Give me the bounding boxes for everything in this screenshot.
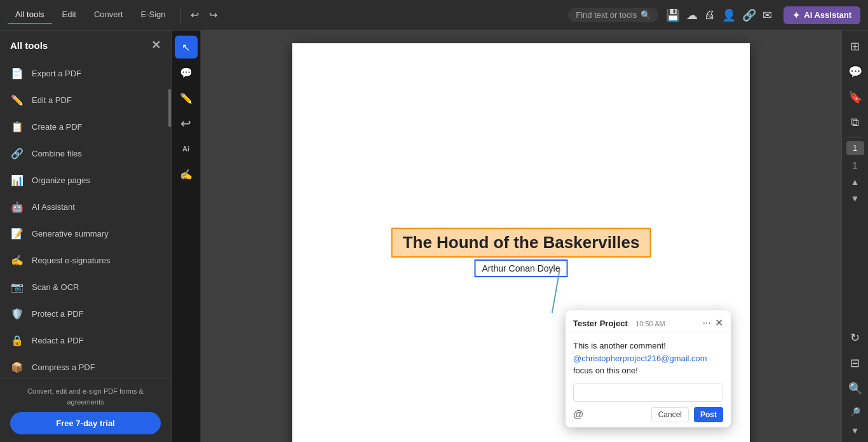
sidebar-item-label-esignatures: Request e-signatures [32,256,111,265]
esignatures-icon: ✍️ [10,253,24,267]
comment-body: This is another comment! @christopherpro… [566,333,731,383]
sidebar-item-label-gen-summary: Generative summary [32,229,109,238]
undo-button[interactable]: ↩ [187,6,203,24]
sidebar-item-label-export-pdf: Export a PDF [32,69,81,78]
print-icon[interactable]: 🖨 [704,8,715,22]
sidebar: All tools ✕ 📄 Export a PDF ✏️ Edit a PDF… [0,31,172,442]
nav-edit[interactable]: Edit [55,6,84,24]
rp-scroll-up-button[interactable]: ▲ [850,176,861,188]
rp-scroll-down-button[interactable]: ▼ [850,192,861,205]
comment-user: Tester Project [573,319,628,328]
redo-button[interactable]: ↪ [205,6,221,24]
comment-user-time: Tester Project 10:50 AM [573,317,665,329]
tool-column: ↖ 💬 ✏️ ↩ Ai ✍ [172,31,201,442]
select-tool-button[interactable]: ↖ [175,36,198,59]
gen-summary-icon: 📝 [10,226,24,240]
comment-body-text: This is another comment! [573,341,666,350]
sidebar-footer-text: Convert, edit and e-sign PDF forms & agr… [27,387,144,406]
comment-cancel-button[interactable]: Cancel [651,407,689,422]
sidebar-item-combine[interactable]: 🔗 Combine files [0,140,171,167]
pdf-title: The Hound of the Baskervilles [391,228,651,258]
sidebar-item-ai-assistant[interactable]: 🤖 AI Assistant [0,193,171,220]
link-icon[interactable]: 🔗 [742,8,756,22]
sidebar-item-label-create-pdf: Create a PDF [32,122,82,132]
edit-pdf-icon: ✏️ [10,93,24,107]
comment-at-button[interactable]: @ [573,409,583,420]
sidebar-scroll-track [167,83,171,378]
organize-icon: 📊 [10,173,24,187]
ai-tool-button[interactable]: Ai [175,137,198,160]
draw-tool-button[interactable]: ✏️ [175,86,198,109]
rp-page-settings-icon[interactable]: ⊟ [846,352,864,374]
sidebar-title: All tools [10,40,48,51]
sidebar-item-edit-pdf[interactable]: ✏️ Edit a PDF [0,86,171,113]
save-icon[interactable]: 💾 [666,8,680,22]
sidebar-header: All tools ✕ [0,31,171,57]
rp-divider [848,137,863,137]
cloud-icon[interactable]: ☁ [686,8,698,22]
comment-actions: ··· ✕ [703,317,723,329]
rp-zoom-in-icon[interactable]: 🔍 [844,378,866,399]
curve-tool-button[interactable]: ↩ [175,112,198,135]
rp-thumbnail-icon[interactable]: ⊞ [846,36,864,57]
sidebar-item-create-pdf[interactable]: 📋 Create a PDF [0,113,171,140]
protect-icon: 🛡️ [10,307,24,321]
viewer-scroll[interactable]: The Hound of the Baskervilles Arthur Con… [201,31,841,442]
sign-tool-icon: ✍ [180,169,193,181]
rp-page-total: 1 [851,159,859,172]
sidebar-item-protect[interactable]: 🛡️ Protect a PDF [0,300,171,327]
ai-assistant-button[interactable]: ✦ AI Assistant [783,6,860,24]
sign-tool-button[interactable]: ✍ [175,163,198,186]
sidebar-item-scan-ocr[interactable]: 📷 Scan & OCR [0,273,171,300]
rp-bottom-arrow[interactable]: ▼ [850,424,861,437]
comment-header: Tester Project 10:50 AM ··· ✕ [566,310,731,333]
topbar-nav: All tools Edit Convert E-Sign [8,6,173,24]
sidebar-item-organize[interactable]: 📊 Organize pages [0,167,171,193]
select-tool-icon: ↖ [182,41,190,53]
nav-convert[interactable]: Convert [86,6,131,24]
rp-bookmark-icon[interactable]: 🔖 [844,86,866,108]
trial-button[interactable]: Free 7-day trial [10,412,161,434]
ai-btn-label: AI Assistant [804,10,851,20]
comment-textarea[interactable] [573,383,723,402]
rp-zoom-out-icon[interactable]: 🔎 [846,403,864,420]
nav-all-tools[interactable]: All tools [8,6,52,24]
pdf-page: The Hound of the Baskervilles Arthur Con… [292,43,750,442]
main-area: All tools ✕ 📄 Export a PDF ✏️ Edit a PDF… [0,31,868,442]
sidebar-item-esignatures[interactable]: ✍️ Request e-signatures [0,247,171,273]
comment-popup: Tester Project 10:50 AM ··· ✕ This is an… [566,310,731,427]
mail-icon[interactable]: ✉ [763,8,772,22]
rp-page-num: 1 [846,141,864,155]
ai-assistant-icon: 🤖 [10,200,24,214]
sidebar-item-label-compress: Compress a PDF [32,363,95,372]
sidebar-item-redact[interactable]: 🔒 Redact a PDF [0,327,171,354]
comment-close-button[interactable]: ✕ [715,317,723,329]
nav-esign[interactable]: E-Sign [133,6,173,24]
topbar-icon-group: 💾 ☁ 🖨 👤 🔗 ✉ ✦ AI Assistant [666,6,860,24]
rp-refresh-icon[interactable]: ↻ [846,327,864,349]
comment-footer: @ Cancel Post [566,402,731,427]
sidebar-item-label-redact: Redact a PDF [32,336,84,345]
comment-post-button[interactable]: Post [694,407,723,422]
sidebar-close-button[interactable]: ✕ [151,38,161,52]
combine-icon: 🔗 [10,146,24,160]
rp-comment-icon[interactable]: 💬 [844,61,866,83]
ai-tool-icon: Ai [182,145,189,153]
topbar: All tools Edit Convert E-Sign ↩ ↪ Find t… [0,0,868,31]
search-label: Find text or tools [576,10,637,20]
pdf-author: Arthur Conan Doyle [475,259,568,277]
search-bar[interactable]: Find text or tools 🔍 [568,8,658,22]
sidebar-item-compress[interactable]: 📦 Compress a PDF [0,354,171,378]
create-pdf-icon: 📋 [10,120,24,134]
sidebar-item-label-organize: Organize pages [32,176,90,185]
curve-tool-icon: ↩ [180,116,191,131]
rp-copy-icon[interactable]: ⧉ [847,112,863,133]
export-pdf-icon: 📄 [10,66,24,80]
comment-tool-button[interactable]: 💬 [175,61,198,84]
sidebar-item-export-pdf[interactable]: 📄 Export a PDF [0,60,171,86]
comment-more-button[interactable]: ··· [703,317,711,329]
viewer-area: The Hound of the Baskervilles Arthur Con… [201,31,841,442]
sidebar-item-gen-summary[interactable]: 📝 Generative summary [0,220,171,247]
user-icon[interactable]: 👤 [722,8,736,22]
sidebar-scroll-thumb[interactable] [168,89,171,127]
